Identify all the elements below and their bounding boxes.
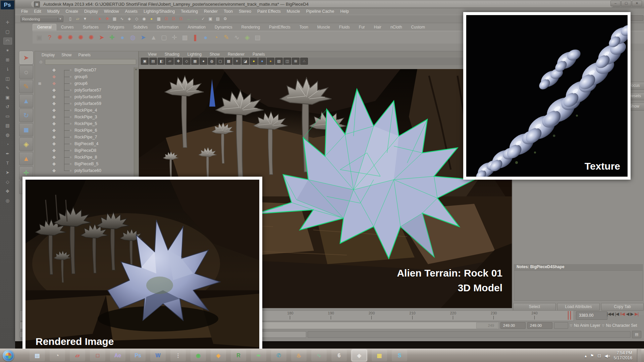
outliner-menu-item[interactable]: Show — [59, 53, 73, 57]
outliner-item[interactable]: ❖ ○ BigPieceD7 — [35, 67, 138, 73]
viewport-menu-item[interactable]: Lighting — [184, 52, 205, 57]
tray-flag-icon[interactable]: ⚑ — [590, 353, 594, 358]
outliner-item[interactable]: ❖ ○ RockPipe_4 — [35, 107, 138, 114]
blue-sphere-icon[interactable]: ● — [118, 33, 127, 42]
diamond-icon[interactable]: ◈ — [243, 33, 252, 42]
ps-pen-tool[interactable]: ✒ — [3, 150, 12, 157]
paint-splat-icon[interactable]: ✺ — [55, 33, 65, 42]
show-desktop-button[interactable] — [637, 349, 641, 362]
paint-select-tool[interactable]: ✎ — [19, 80, 33, 93]
ps-lasso-tool[interactable]: ◠ — [3, 38, 12, 45]
curve-icon[interactable]: ∿ — [232, 33, 241, 42]
step-back-frame-button[interactable]: |◀ — [615, 311, 619, 316]
outliner-item[interactable]: ⊞ ❖ ○ group6 — [35, 80, 138, 87]
tray-network-icon[interactable]: ⊡ — [597, 353, 601, 358]
select-hierarchy-icon[interactable]: ∴ — [89, 16, 96, 22]
ps-history-brush-tool[interactable]: ↺ — [3, 103, 12, 110]
search-input[interactable] — [45, 59, 136, 65]
red-bar-icon[interactable]: ❚ — [191, 33, 200, 42]
outliner-item[interactable]: ❖ ○ polySurface57 — [35, 87, 138, 94]
tray-volume-icon[interactable]: ◀» — [604, 353, 610, 358]
range-handle[interactable]: 249 — [476, 322, 498, 328]
notes-input[interactable] — [514, 270, 643, 301]
range-start-field[interactable]: 249.00 — [500, 322, 526, 329]
auto-key-toggle[interactable] — [554, 322, 568, 329]
ps-zoom-tool[interactable]: ◎ — [3, 197, 12, 204]
current-frame-marker[interactable] — [568, 311, 571, 320]
menu-item[interactable]: Edit — [31, 8, 44, 15]
yellow-light-icon[interactable]: ● — [250, 58, 258, 65]
feather-app-icon[interactable]: ❧ — [251, 350, 266, 361]
ps-crop-tool[interactable]: ⊞ — [3, 56, 12, 63]
input-connections-icon[interactable]: → — [185, 16, 192, 22]
film-slate-icon[interactable]: ▣ — [35, 33, 44, 42]
outliner-item[interactable]: ❖ ○ RockPipe_8 — [35, 154, 138, 161]
default-material-icon[interactable]: ◪ — [241, 58, 249, 65]
menu-item[interactable]: Create — [63, 8, 81, 15]
outliner-item[interactable]: ❖ ○ polySurface58 — [35, 94, 138, 100]
menu-item[interactable]: Muscle — [284, 8, 303, 15]
shelf-tab[interactable]: Curves — [57, 24, 78, 31]
ps-shape-tool[interactable]: ◇ — [3, 178, 12, 185]
lasso-select-tool[interactable]: ◌ — [19, 65, 33, 79]
outliner-item[interactable]: ❖ ○ RockPipe_5 — [35, 120, 138, 127]
menu-item[interactable]: Texturing — [178, 8, 201, 15]
move-tool[interactable]: ▲ — [19, 94, 33, 108]
minimize-button[interactable]: – — [610, 1, 621, 6]
lock-icon[interactable]: ● — [148, 16, 155, 22]
character-set-selector[interactable]: No Character Set — [606, 323, 637, 328]
output-connections-icon[interactable]: → — [192, 16, 199, 22]
shelf-tab[interactable]: Dynamics — [210, 24, 237, 31]
snap-point-icon[interactable]: ◈ — [126, 16, 133, 22]
shelf-tab[interactable]: PaintEffects — [265, 24, 295, 31]
snap-curve-icon[interactable]: ∿ — [118, 16, 125, 22]
viewport-menu-item[interactable]: Panels — [250, 52, 268, 57]
shelf-tab[interactable]: Rendering — [237, 24, 264, 31]
script-editor-icon[interactable]: ▤ — [632, 331, 641, 338]
menu-item[interactable]: File — [18, 8, 31, 15]
wireframe-icon[interactable]: ◇ — [183, 58, 191, 65]
bounding-box-icon[interactable]: ▢ — [216, 58, 224, 65]
viewport-menu-item[interactable]: Show — [207, 52, 223, 57]
after-effects-icon[interactable]: Ae — [110, 350, 125, 361]
paint-splat-icon[interactable]: ✺ — [66, 33, 75, 42]
ps-magic-wand-tool[interactable]: ✶ — [3, 47, 12, 54]
menu-item[interactable]: Display — [82, 8, 101, 15]
ps-move-tool[interactable]: ✛ — [3, 19, 12, 26]
camera-attributes-icon[interactable]: ▤ — [149, 58, 157, 65]
menu-item[interactable]: Assets — [122, 8, 141, 15]
orange-diamond-app-icon[interactable]: ◆ — [211, 350, 226, 361]
ps-healing-tool[interactable]: ◫ — [3, 75, 12, 82]
outliner-item[interactable]: ❖ ○ RockPipe_3 — [35, 114, 138, 120]
menu-item[interactable]: Help — [338, 8, 352, 15]
ps-blur-tool[interactable]: ◍ — [3, 131, 12, 138]
shield-r-app-icon[interactable]: R — [231, 350, 246, 361]
textured-icon[interactable]: ▩ — [225, 58, 232, 65]
attribute-editor-action-button[interactable]: Load Attributes — [557, 303, 600, 311]
help-question-icon[interactable]: ? — [45, 33, 54, 42]
new-scene-icon[interactable]: ▯ — [67, 16, 74, 22]
universal-manipulator-tool[interactable]: ◈ — [19, 137, 33, 151]
shelf-tab[interactable]: Toon — [295, 24, 313, 31]
shelf-tab[interactable]: Muscle — [313, 24, 334, 31]
anim-layer-selector[interactable]: No Anim Layer — [574, 323, 600, 328]
make-live-icon[interactable]: ◉ — [141, 16, 148, 22]
expander-icon[interactable]: ⊞ — [38, 81, 41, 86]
shelf-tab[interactable]: Hair — [370, 24, 386, 31]
current-time-field[interactable]: 3383.00 — [576, 311, 607, 320]
sphere-icon[interactable]: ● — [201, 33, 210, 42]
shelf-tab[interactable]: Polygons — [103, 24, 128, 31]
isolate-select-icon[interactable]: ▧ — [275, 58, 283, 65]
go-to-end-button[interactable]: ▶| — [635, 311, 638, 316]
rotate-tool[interactable]: ↻ — [19, 109, 33, 122]
shelf-tab[interactable]: nCloth — [386, 24, 407, 31]
red-frame-app-icon[interactable]: □ — [90, 350, 105, 361]
shelf-tab[interactable]: Fluids — [335, 24, 354, 31]
close-button[interactable]: ✕ — [632, 1, 642, 6]
photoshop-icon[interactable]: Ps — [130, 350, 146, 361]
pan-zoom-icon[interactable]: ✥ — [174, 58, 182, 65]
outliner-item[interactable]: ❖ ○ RockPipe_7 — [35, 134, 138, 140]
paint-splat-icon[interactable]: ✺ — [76, 33, 86, 42]
share-icon[interactable]: ∴ — [300, 58, 308, 65]
ps-marquee-tool[interactable]: ▢ — [3, 28, 12, 35]
